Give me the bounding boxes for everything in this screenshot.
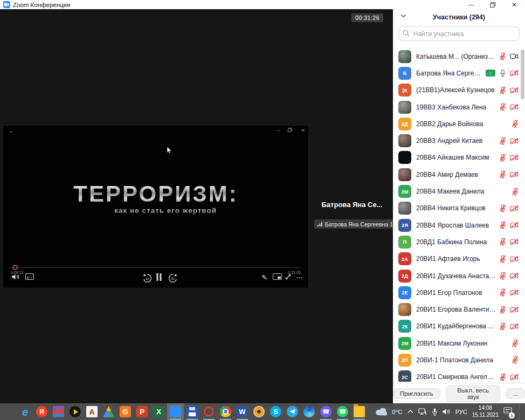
participant-row[interactable]: 2А 20ВИ1 Афтаев Игорь (393, 251, 521, 267)
participant-name: 20ВИ1 Егорова Валентина (416, 306, 496, 313)
participant-row[interactable]: 19ВВ3 Ханбекова Лена (393, 99, 521, 115)
action-center-icon[interactable]: 1 (503, 407, 512, 417)
edit-icon[interactable]: ✎ (261, 273, 267, 281)
avatar: 2М (398, 337, 411, 350)
participant-row[interactable]: 2Д 20ВВ2 Дарья Войнова (393, 115, 521, 132)
mic-muted-icon (499, 154, 506, 162)
taskbar-app-icon (70, 406, 81, 417)
avatar: 2С (398, 370, 411, 382)
participant-row[interactable]: 2М 20ВИ1 Максим Луконин (393, 335, 521, 352)
fullscreen-icon[interactable] (285, 273, 292, 280)
participant-row[interactable]: 2Д 20ВИ1 Духачева Анастасия (393, 267, 521, 284)
mic-muted-icon (499, 137, 506, 145)
player-minimize-button[interactable]: – (277, 128, 279, 133)
taskbar-app[interactable]: e (17, 403, 33, 420)
participant-name: 20ВВ4 Амир Демаев (416, 171, 496, 178)
taskbar-app-icon (3, 406, 14, 417)
participant-name: 20ВИ1 Егор Платонов (416, 289, 496, 297)
avatar: 2К (398, 320, 411, 333)
camera-off-icon (510, 256, 519, 263)
participant-row[interactable]: 20ВВ4 Айкашев Максим (393, 149, 521, 166)
invite-button[interactable]: Пригласить (393, 388, 440, 399)
seek-bar[interactable] (11, 267, 301, 268)
forward-30-icon[interactable]: 30 (168, 273, 178, 283)
clock[interactable]: 14:08 15.11.2021 (472, 405, 499, 418)
participant-name: 20ВД1 Бабкина Полина (416, 238, 496, 246)
mic-muted-icon (499, 103, 506, 111)
participant-row[interactable]: 2Е 20ВИ1 Егор Платонов (393, 284, 521, 301)
taskbar-app[interactable] (251, 403, 267, 420)
microphone-icon[interactable] (432, 408, 438, 416)
taskbar-app[interactable] (67, 403, 84, 420)
taskbar-app[interactable] (100, 403, 117, 420)
language-indicator[interactable]: РУС (455, 409, 467, 415)
subtitles-icon[interactable] (25, 273, 34, 280)
participant-name: 20ВИ1 Афтаев Игорь (416, 255, 496, 263)
participant-row[interactable]: 20ВВ3 Андрей Китаев (393, 132, 521, 149)
temperature-label[interactable]: 0°C (392, 409, 402, 415)
rewind-10-icon[interactable]: 10 (142, 273, 153, 283)
seek-knob[interactable] (12, 265, 18, 270)
taskbar-app[interactable] (167, 403, 184, 420)
pause-button[interactable] (156, 273, 162, 281)
tray-date: 15.11.2021 (472, 412, 499, 418)
participant-row[interactable]: (К (21ВВ1)Алексей Кузнецов (393, 82, 521, 99)
camera-off-icon (510, 154, 519, 161)
taskbar-app-icon (186, 406, 198, 417)
back-icon[interactable]: ← (9, 127, 15, 134)
participant-row[interactable]: П 20ВД1 Бабкина Полина (393, 233, 521, 250)
taskbar-app[interactable]: ☎ (334, 403, 351, 420)
taskbar-app[interactable]: G (117, 403, 134, 420)
taskbar-app[interactable]: ☎ (317, 403, 334, 420)
weather-icon[interactable] (375, 408, 387, 416)
player-close-button[interactable]: ✕ (301, 128, 305, 133)
search-input[interactable] (398, 26, 520, 41)
restore-button[interactable] (482, 0, 503, 9)
minimize-button[interactable]: — (460, 0, 482, 9)
participant-row[interactable]: 20ВВ4 Никита Кривцов (393, 200, 521, 217)
taskbar-app[interactable] (201, 403, 217, 420)
taskbar-app[interactable] (217, 403, 234, 420)
taskbar-app[interactable]: X (150, 403, 167, 420)
taskbar-app[interactable]: P (134, 403, 150, 420)
mute-all-button[interactable]: Выкл. весь звук (446, 385, 501, 402)
volume-icon[interactable] (12, 273, 20, 280)
taskbar-app[interactable]: S (267, 403, 284, 420)
participant-row[interactable]: 2М 20ВВ4 Макеев Данила (393, 183, 521, 199)
chevron-down-icon[interactable] (400, 14, 406, 18)
taskbar-app[interactable] (0, 403, 17, 420)
taskbar-app[interactable] (301, 403, 317, 420)
taskbar-app[interactable]: Я (33, 403, 50, 420)
mic-muted-icon (499, 221, 506, 229)
taskbar-app-icon: S (270, 406, 281, 417)
show-desktop-button[interactable] (519, 403, 520, 420)
more-options-icon[interactable]: ⋯ (296, 273, 303, 281)
chevron-up-icon[interactable] (407, 410, 413, 414)
taskbar-app-icon (220, 406, 231, 417)
scrollbar-thumb[interactable] (521, 50, 524, 99)
taskbar-app[interactable] (184, 403, 201, 420)
pip-icon[interactable] (273, 273, 282, 280)
network-icon[interactable] (418, 408, 427, 415)
participant-row[interactable]: 2П 20ВИ-1 Платонов Данила (393, 352, 521, 368)
participant-row[interactable]: 2Я 20ВВ4 Ярослав Шалеев (393, 217, 521, 233)
taskbar-app[interactable]: W (234, 403, 251, 420)
participant-row[interactable]: 20ВВ4 Амир Демаев (393, 166, 521, 183)
mic-muted-icon (499, 306, 506, 314)
participant-row[interactable]: 20ВИ1 Егорова Валентина (393, 301, 521, 318)
participant-row[interactable]: Катышева М... (Организатор, я) (393, 48, 521, 65)
speaker-icon[interactable] (443, 408, 451, 415)
participant-row[interactable]: 2С 20ВИ1 Смирнова Ангелина (393, 369, 521, 382)
participant-name: Катышева М... (Организатор, я) (416, 53, 496, 60)
taskbar-app[interactable] (284, 403, 301, 420)
participant-row[interactable]: 2К 20ВИ1 Кудайбергенова Жаныл... (393, 318, 521, 335)
participant-row[interactable]: Б Батрова Яна Сергеевна 19... ↑ (393, 65, 521, 81)
avatar (398, 303, 411, 316)
close-button[interactable]: ✕ (503, 0, 525, 9)
video-player-window: ← – ✕ ТЕРРОРИЗМ: как не стать его жертво… (3, 125, 309, 288)
taskbar-app[interactable] (50, 403, 67, 420)
player-restore-button[interactable] (288, 128, 292, 133)
footer-more-button[interactable]: ... (506, 388, 525, 399)
taskbar-app[interactable] (351, 403, 368, 420)
taskbar-app[interactable]: A (84, 403, 100, 420)
